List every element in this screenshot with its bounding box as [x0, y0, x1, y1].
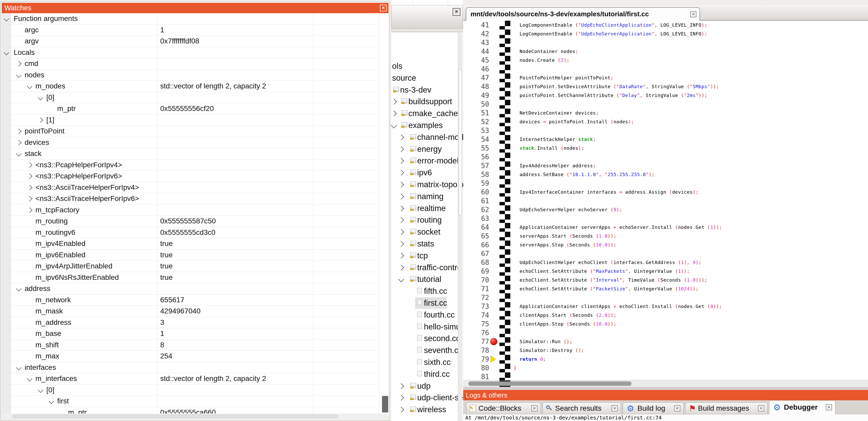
line-number[interactable]: 80 [463, 364, 489, 373]
breakpoint-margin[interactable] [499, 205, 510, 214]
tree-item-tcp[interactable]: tcp [391, 250, 463, 262]
breakpoint-margin[interactable] [499, 285, 510, 293]
code-line-78[interactable]: 78 Simulator::Destroy (); [463, 346, 868, 355]
line-number[interactable]: 69 [463, 267, 489, 276]
watch-row[interactable]: m_ptr0x55555556cf20 [2, 103, 379, 115]
chevron-right-icon[interactable] [16, 61, 22, 66]
line-number[interactable]: 68 [463, 258, 489, 267]
code-line-60[interactable]: 60 Ipv4InterfaceContainer interfaces = a… [463, 188, 868, 197]
chevron-right-icon[interactable] [399, 183, 403, 188]
close-icon[interactable]: × [758, 405, 764, 412]
chevron-down-icon[interactable] [38, 387, 43, 393]
chevron-down-icon[interactable] [16, 151, 22, 157]
chevron-right-icon[interactable] [399, 384, 403, 389]
line-number[interactable]: 42 [463, 30, 489, 38]
breakpoint-margin[interactable] [499, 100, 510, 108]
line-number[interactable]: 71 [463, 285, 489, 293]
tree-item-ns-3-dev[interactable]: ns-3-dev [391, 84, 463, 96]
code-line-61[interactable]: 61 [463, 197, 868, 205]
breakpoint-margin[interactable] [499, 126, 510, 135]
breakpoint-icon[interactable] [490, 338, 497, 345]
line-number[interactable]: 45 [463, 56, 489, 65]
tree-item-fifth-cc[interactable]: fifth.cc [391, 285, 463, 297]
logs-tab-search-results[interactable]: Search results× [542, 402, 621, 414]
breakpoint-margin[interactable] [499, 197, 510, 205]
tree-item-socket[interactable]: socket [391, 226, 463, 238]
chevron-right-icon[interactable] [16, 140, 22, 145]
breakpoint-margin[interactable] [499, 73, 510, 82]
chevron-down-icon[interactable] [27, 84, 32, 89]
line-number[interactable]: 79 [463, 355, 489, 364]
watch-row[interactable]: m_ptr0x5555555ca660 [2, 407, 379, 414]
close-icon[interactable]: × [453, 8, 460, 16]
watch-row[interactable]: address [2, 283, 379, 295]
breakpoint-margin[interactable] [499, 293, 510, 302]
tree-item-third-cc[interactable]: third.cc [391, 368, 463, 380]
watches-horizontal-scrollbar[interactable] [2, 414, 389, 419]
breakpoint-margin[interactable] [499, 337, 510, 346]
line-number[interactable]: 61 [463, 197, 489, 205]
breakpoint-margin[interactable] [499, 161, 510, 170]
watch-row[interactable]: <ns3::AsciiTraceHelperForIpv4> [2, 182, 379, 193]
breakpoint-margin[interactable] [499, 153, 510, 161]
watch-row[interactable]: cmd [2, 58, 379, 70]
line-number[interactable]: 64 [463, 223, 489, 232]
tree-item-cmake-cache[interactable]: cmake_cache [391, 107, 463, 120]
watch-row[interactable]: pointToPoint [2, 126, 379, 137]
line-number[interactable]: 56 [463, 153, 489, 161]
breakpoint-margin[interactable] [499, 118, 510, 126]
breakpoint-margin[interactable] [499, 223, 510, 232]
watch-row[interactable]: m_ipv6NsRsJitterEnabledtrue [2, 272, 379, 284]
code-area[interactable]: 41 LogComponentEnable ("UdpEchoClientApp… [463, 21, 868, 380]
code-line-81[interactable]: 81 [463, 373, 868, 380]
close-icon[interactable]: × [826, 404, 832, 411]
breakpoint-margin[interactable] [499, 232, 510, 240]
tree-item-traffic-contro[interactable]: traffic-contro [391, 262, 463, 273]
tree-item-wireless[interactable]: wireless [391, 404, 463, 416]
code-line-77[interactable]: 77 Simulator::Run (); [463, 337, 868, 346]
line-number[interactable]: 43 [463, 38, 489, 47]
chevron-right-icon[interactable] [27, 173, 32, 179]
line-number[interactable]: 77 [463, 337, 489, 346]
chevron-right-icon[interactable] [399, 242, 403, 247]
tree-item-energy[interactable]: energy [391, 143, 463, 155]
chevron-right-icon[interactable] [399, 266, 403, 271]
breakpoint-margin[interactable] [499, 108, 510, 118]
watch-row[interactable]: interfaces [2, 362, 379, 374]
close-icon[interactable]: × [612, 405, 618, 412]
close-icon[interactable]: × [380, 5, 386, 11]
chevron-right-icon[interactable] [399, 218, 403, 223]
line-number[interactable]: 70 [463, 276, 489, 285]
watch-row[interactable]: m_ipv4Enabledtrue [2, 238, 379, 250]
tree-item-channel-mod[interactable]: channel-mod [391, 131, 463, 143]
tree-item-error-model[interactable]: error-model [391, 155, 463, 167]
line-number[interactable]: 49 [463, 91, 489, 100]
code-line-64[interactable]: 64 ApplicationContainer serverApps = ech… [463, 223, 868, 232]
watch-row[interactable]: m_routing0x555555587c50 [2, 216, 379, 227]
close-icon[interactable]: × [674, 405, 680, 412]
code-line-49[interactable]: 49 pointToPoint.SetChannelAttribute ("De… [463, 91, 868, 100]
tree-item-hello-simul[interactable]: hello-simul [391, 321, 463, 333]
line-number[interactable]: 66 [463, 240, 489, 249]
breakpoint-margin[interactable] [499, 21, 510, 30]
line-number[interactable]: 78 [463, 346, 489, 355]
chevron-right-icon[interactable] [399, 230, 403, 235]
tree-item-stats[interactable]: stats [391, 238, 463, 250]
watch-row[interactable]: [1] [2, 115, 379, 126]
tree-item-realtime[interactable]: realtime [391, 202, 463, 215]
breakpoint-margin[interactable] [499, 188, 510, 197]
watch-row[interactable]: [0] [2, 385, 379, 396]
code-line-57[interactable]: 57 Ipv4AddressHelper address; [463, 161, 868, 170]
watch-row[interactable]: stack [2, 148, 379, 160]
line-number[interactable]: 52 [463, 118, 489, 126]
chevron-right-icon[interactable] [27, 162, 32, 168]
watch-row[interactable]: first [2, 396, 379, 407]
code-line-51[interactable]: 51 NetDeviceContainer devices; [463, 108, 868, 118]
tree-item-udp[interactable]: udp [391, 380, 463, 392]
tree-item-second-cc[interactable]: second.cc [391, 332, 463, 345]
line-number[interactable]: 62 [463, 205, 489, 214]
chevron-right-icon[interactable] [399, 171, 403, 176]
code-line-42[interactable]: 42 LogComponentEnable ("UdpEchoServerApp… [463, 30, 868, 38]
chevron-right-icon[interactable] [399, 159, 403, 164]
line-number[interactable]: 63 [463, 214, 489, 223]
